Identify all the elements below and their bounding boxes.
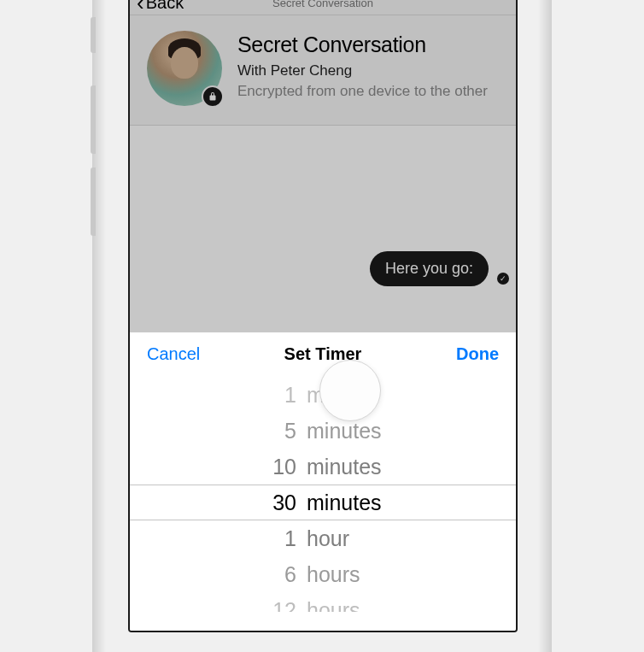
message-bubble: Here you go: — [370, 251, 489, 286]
cancel-button[interactable]: Cancel — [147, 344, 200, 364]
picker-unit: hour — [307, 526, 401, 551]
page-title: Secret Conversation — [237, 32, 499, 57]
back-label: Back — [146, 0, 184, 13]
message-status-icon: ✓ — [497, 273, 509, 285]
picker-option[interactable]: 6 hours — [130, 556, 516, 592]
picker-unit: minutes — [307, 455, 401, 479]
picker-value: 10 — [245, 455, 296, 479]
header-subtitle: With Peter Cheng — [237, 62, 499, 79]
conversation-header: Secret Conversation With Peter Cheng Enc… — [130, 15, 516, 126]
back-button[interactable]: ‹ Back — [137, 0, 184, 14]
nav-bar: ‹ Back Secret Conversation — [130, 0, 516, 15]
phone-volume-up — [91, 85, 96, 154]
picker-option[interactable]: 5 minutes — [130, 413, 516, 449]
nav-title: Secret Conversation — [272, 0, 373, 9]
picker-value: 12 — [245, 598, 296, 613]
picker-option[interactable]: 12 hours — [130, 592, 516, 612]
picker-options: 1 minute 5 minutes 10 minutes 30 minutes… — [130, 377, 516, 612]
picker-header: Cancel Set Timer Done — [130, 332, 516, 373]
lock-icon — [202, 85, 224, 108]
picker-value: 1 — [245, 383, 296, 408]
picker-wheel[interactable]: 1 minute 5 minutes 10 minutes 30 minutes… — [130, 373, 516, 612]
picker-unit: minutes — [307, 419, 401, 443]
avatar-wrapper — [147, 31, 222, 106]
header-description: Encrypted from one device to the other — [237, 82, 499, 102]
picker-option[interactable]: 1 hour — [130, 520, 516, 556]
avatar-hair — [168, 38, 202, 60]
picker-unit: minutes — [307, 490, 401, 515]
phone-volume-down — [91, 167, 96, 236]
header-text: Secret Conversation With Peter Cheng Enc… — [237, 31, 499, 106]
picker-unit: hours — [307, 562, 401, 587]
phone-side-button — [91, 17, 96, 53]
picker-option[interactable]: 10 minutes — [130, 449, 516, 485]
picker-value: 5 — [245, 419, 296, 443]
phone-bezel-right — [538, 0, 552, 652]
picker-value: 30 — [245, 490, 296, 515]
picker-value: 6 — [245, 562, 296, 587]
chevron-left-icon: ‹ — [137, 0, 144, 14]
screen: ‹ Back Secret Conversation Secret Conver… — [128, 0, 518, 632]
picker-value: 1 — [245, 526, 296, 551]
done-button[interactable]: Done — [456, 344, 499, 364]
chat-area: Here you go: ✓ — [130, 126, 516, 297]
picker-option-selected[interactable]: 30 minutes — [130, 485, 516, 520]
timer-picker-sheet: Cancel Set Timer Done 1 minute 5 minutes… — [130, 332, 516, 631]
touch-cursor-icon — [319, 360, 381, 421]
picker-unit: hours — [307, 598, 401, 613]
